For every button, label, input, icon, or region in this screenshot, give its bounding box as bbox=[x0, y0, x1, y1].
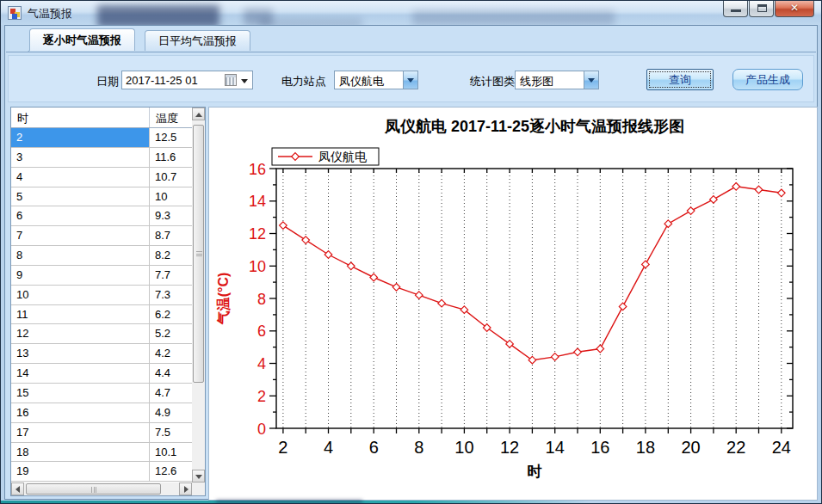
horizontal-scroll-thumb[interactable] bbox=[26, 483, 161, 495]
hour-cell[interactable]: 10 bbox=[11, 286, 150, 305]
table-row[interactable]: 311.6 bbox=[11, 148, 192, 168]
temperature-cell[interactable]: 7.5 bbox=[150, 423, 192, 443]
svg-text:2: 2 bbox=[257, 388, 266, 405]
table-row[interactable]: 97.7 bbox=[11, 266, 192, 286]
window-controls: ✕ bbox=[723, 1, 814, 17]
content-area: 时温度 212.5311.6410.751069.378.788.297.710… bbox=[8, 106, 814, 496]
hour-cell[interactable]: 19 bbox=[11, 462, 150, 482]
chart-type-dropdown-button[interactable] bbox=[584, 71, 598, 89]
hour-cell[interactable]: 9 bbox=[11, 266, 150, 286]
temperature-cell[interactable]: 9.3 bbox=[150, 206, 192, 226]
hour-cell[interactable]: 7 bbox=[11, 226, 150, 246]
table-row[interactable]: 107.3 bbox=[11, 286, 192, 305]
table-row[interactable]: 177.5 bbox=[11, 423, 192, 443]
temperature-cell[interactable]: 12.5 bbox=[150, 128, 192, 148]
hour-cell[interactable]: 12 bbox=[11, 324, 150, 344]
chart-title: 凤仪航电 2017-11-25逐小时气温预报线形图 bbox=[384, 118, 684, 135]
table-body: 212.5311.6410.751069.378.788.297.7107.31… bbox=[11, 128, 192, 482]
hour-cell[interactable]: 15 bbox=[11, 384, 150, 403]
hour-cell[interactable]: 14 bbox=[11, 364, 150, 384]
date-value: 2017-11-25 01 bbox=[126, 74, 198, 87]
table-row[interactable]: 116.2 bbox=[11, 305, 192, 325]
hour-cell[interactable]: 6 bbox=[11, 206, 150, 226]
generate-product-button[interactable]: 产品生成 bbox=[732, 69, 803, 90]
maximize-button[interactable] bbox=[749, 1, 774, 17]
temperature-cell[interactable]: 4.9 bbox=[150, 403, 192, 423]
table-row[interactable]: 154.7 bbox=[11, 384, 192, 403]
window-client-area: 逐小时气温预报 日平均气温预报 日期 2017-11-25 01 电力站点 凤仪… bbox=[4, 25, 818, 500]
table-row[interactable]: 78.7 bbox=[11, 226, 192, 246]
hour-cell[interactable]: 13 bbox=[11, 344, 150, 364]
tab-hourly-forecast[interactable]: 逐小时气温预报 bbox=[29, 28, 135, 51]
temperature-cell[interactable]: 4.4 bbox=[150, 364, 192, 384]
temperature-cell[interactable]: 6.2 bbox=[150, 305, 192, 325]
station-dropdown-button[interactable] bbox=[403, 71, 417, 89]
temperature-cell[interactable]: 8.2 bbox=[150, 246, 192, 266]
hour-cell[interactable]: 2 bbox=[11, 128, 150, 148]
titlebar[interactable]: 气温预报 ✕ bbox=[1, 1, 821, 25]
y-axis-title: 气温(°C) bbox=[216, 273, 231, 326]
date-picker[interactable]: 2017-11-25 01 bbox=[121, 71, 253, 89]
hour-cell[interactable]: 17 bbox=[11, 423, 150, 443]
temperature-cell[interactable]: 10.7 bbox=[150, 168, 192, 187]
chart-type-select[interactable]: 线形图 bbox=[515, 71, 599, 89]
table-row[interactable]: 1912.6 bbox=[11, 462, 192, 482]
temperature-cell[interactable]: 8.7 bbox=[150, 226, 192, 246]
temperature-cell[interactable]: 11.6 bbox=[150, 148, 192, 168]
scroll-left-button[interactable] bbox=[11, 482, 24, 495]
temperature-cell[interactable]: 4.7 bbox=[150, 384, 192, 403]
temperature-cell[interactable]: 12.6 bbox=[150, 462, 192, 482]
table-row[interactable]: 510 bbox=[11, 187, 192, 207]
svg-text:2: 2 bbox=[278, 438, 287, 457]
tab-daily-average-forecast[interactable]: 日平均气温预报 bbox=[145, 30, 250, 51]
temperature-cell[interactable]: 4.2 bbox=[150, 344, 192, 364]
station-label: 电力站点 bbox=[281, 74, 326, 89]
temperature-cell[interactable]: 7.7 bbox=[150, 266, 192, 286]
chart-type-value: 线形图 bbox=[520, 74, 553, 89]
table-row[interactable]: 134.2 bbox=[11, 344, 192, 364]
temperature-cell[interactable]: 7.3 bbox=[150, 286, 192, 305]
svg-text:6: 6 bbox=[257, 323, 266, 340]
minimize-button[interactable] bbox=[723, 1, 748, 17]
column-header-hour[interactable]: 时 bbox=[11, 108, 150, 127]
hour-cell[interactable]: 8 bbox=[11, 246, 150, 266]
table-row[interactable]: 410.7 bbox=[11, 168, 192, 187]
close-button[interactable]: ✕ bbox=[775, 1, 814, 17]
column-header-temperature[interactable]: 温度 bbox=[150, 108, 192, 127]
hour-cell[interactable]: 4 bbox=[11, 168, 150, 187]
table-horizontal-scrollbar[interactable] bbox=[11, 482, 192, 495]
table-row[interactable]: 164.9 bbox=[11, 403, 192, 423]
toolbar: 日期 2017-11-25 01 电力站点 凤仪航电 统计图类型 bbox=[8, 55, 814, 102]
svg-text:14: 14 bbox=[249, 193, 266, 210]
query-button[interactable]: 查询 bbox=[646, 69, 714, 90]
table-vertical-scrollbar[interactable] bbox=[192, 108, 205, 482]
svg-text:12: 12 bbox=[249, 225, 266, 243]
vertical-scroll-thumb[interactable] bbox=[193, 125, 204, 383]
hour-cell[interactable]: 18 bbox=[11, 443, 150, 463]
hour-cell[interactable]: 11 bbox=[11, 305, 150, 325]
temperature-cell[interactable]: 10 bbox=[150, 187, 192, 207]
glass-reflection bbox=[97, 5, 219, 25]
table-row[interactable]: 144.4 bbox=[11, 364, 192, 384]
table-row[interactable]: 212.5 bbox=[11, 128, 192, 148]
scroll-right-button[interactable] bbox=[179, 482, 192, 495]
table-row[interactable]: 69.3 bbox=[11, 206, 192, 226]
thumb-grip-icon bbox=[196, 251, 202, 256]
hour-cell[interactable]: 3 bbox=[11, 148, 150, 168]
hour-cell[interactable]: 16 bbox=[11, 403, 150, 423]
glass-reflection bbox=[216, 500, 362, 503]
scroll-down-button[interactable] bbox=[192, 470, 205, 482]
legend-series-label: 凤仪航电 bbox=[318, 150, 367, 163]
table-row[interactable]: 125.2 bbox=[11, 324, 192, 344]
temperature-cell[interactable]: 10.1 bbox=[150, 443, 192, 463]
table-row[interactable]: 1810.1 bbox=[11, 443, 192, 463]
temperature-cell[interactable]: 5.2 bbox=[150, 324, 192, 344]
table-row[interactable]: 88.2 bbox=[11, 246, 192, 266]
station-select[interactable]: 凤仪航电 bbox=[334, 71, 418, 89]
close-icon: ✕ bbox=[776, 2, 813, 14]
scroll-up-button[interactable] bbox=[192, 108, 205, 120]
svg-text:14: 14 bbox=[546, 438, 565, 457]
hour-cell[interactable]: 5 bbox=[11, 187, 150, 207]
glass-reflection bbox=[259, 18, 362, 25]
dropdown-arrow-icon bbox=[407, 78, 414, 83]
